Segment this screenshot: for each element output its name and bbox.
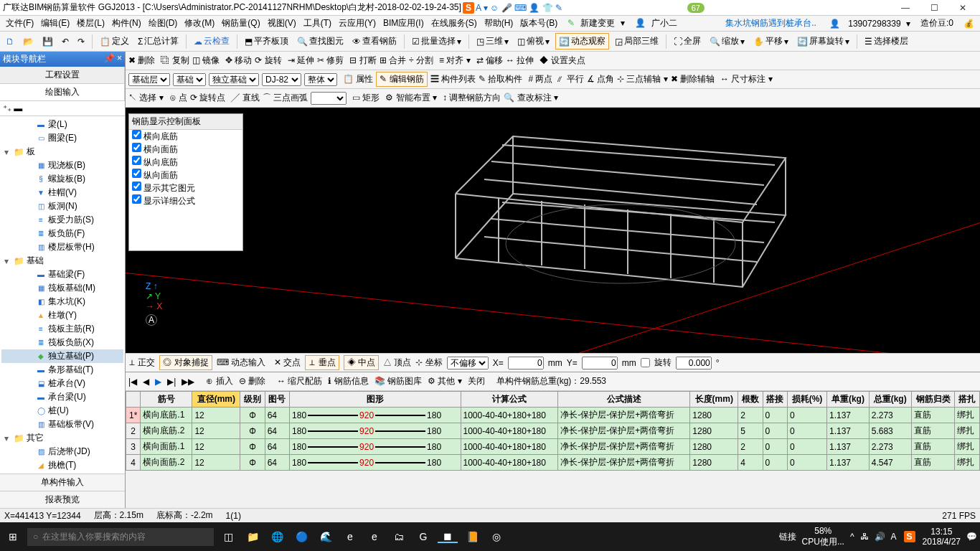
- line-button[interactable]: ╱ 直线: [231, 92, 259, 104]
- menu-modify[interactable]: 修改(M): [182, 16, 217, 31]
- table-row[interactable]: 4横向面筋.212Φ64 180920180 1000-40-40+180+18…: [126, 455, 980, 471]
- tray-up-icon[interactable]: ^: [850, 532, 854, 542]
- app9-icon[interactable]: ◼: [438, 530, 458, 543]
- other-button[interactable]: ⚙ 其他 ▾: [428, 375, 462, 387]
- parallel-button[interactable]: ⫽ 平行: [555, 73, 583, 85]
- save-icon[interactable]: 💾: [39, 35, 56, 48]
- find-button[interactable]: 🔍 查找图元: [294, 34, 347, 49]
- menu-view[interactable]: 视图(V): [265, 16, 299, 31]
- tree-fabanjichu[interactable]: ▦筏板基础(M): [1, 281, 123, 295]
- view-rebar-button[interactable]: 👁 查看钢筋: [349, 34, 400, 49]
- tray-notif-icon[interactable]: 💬: [966, 532, 977, 542]
- app3-icon[interactable]: 🔵: [291, 531, 311, 542]
- menu-draw[interactable]: 绘图(D): [146, 16, 181, 31]
- ortho-toggle[interactable]: ⊥ 正交: [128, 357, 155, 369]
- table-row[interactable]: 3横向面筋.112Φ64 180920180 1000-40-40+180+18…: [126, 439, 980, 455]
- component-select[interactable]: DJ-82: [262, 73, 301, 86]
- tree-jichu[interactable]: ▾📁 基础: [1, 254, 123, 268]
- extend-button[interactable]: ⇥ 延伸: [288, 55, 314, 67]
- x-input[interactable]: [508, 357, 544, 369]
- user-label[interactable]: 👤广小二: [629, 16, 683, 31]
- rebar-table[interactable]: 筋号直径(mm) 级别图号图形 计算公式公式描述长度(mm) 根数搭接损耗(%)…: [126, 391, 980, 471]
- mode-select[interactable]: 整体: [304, 73, 337, 86]
- new-icon[interactable]: 🗋: [3, 35, 17, 48]
- app2-icon[interactable]: 🌐: [267, 531, 287, 542]
- table-row[interactable]: 1*横向底筋.112Φ64 180920180 1000-40-40+180+1…: [126, 408, 980, 423]
- tray-vol-icon[interactable]: 🔊: [875, 532, 885, 542]
- del-row-button[interactable]: ⊖ 删除: [239, 375, 265, 387]
- y-input[interactable]: [582, 357, 618, 369]
- single-input-tab[interactable]: 单构件输入: [0, 474, 125, 491]
- tray-clock[interactable]: 13:152018/4/27: [923, 527, 961, 547]
- menu-tool[interactable]: 工具(T): [301, 16, 334, 31]
- trim-button[interactable]: ✂ 修剪: [317, 55, 344, 67]
- tray-link[interactable]: 链接: [779, 531, 796, 543]
- table-row[interactable]: 2横向底筋.212Φ64 180920180 1000-40-40+180+18…: [126, 423, 980, 439]
- mirror-button[interactable]: ◫ 镜像: [192, 55, 220, 67]
- menu-help[interactable]: 帮助(H): [481, 16, 517, 31]
- move-button[interactable]: ✥ 移动: [225, 55, 252, 67]
- chk-htop[interactable]: 横向面筋: [129, 143, 242, 156]
- adjust-button[interactable]: ↕ 调整钢筋方向: [443, 92, 501, 104]
- app5-icon[interactable]: e: [340, 531, 360, 542]
- info-link[interactable]: 集水坑钢筋遇到桩承台..: [722, 16, 819, 31]
- tree-dulijichu[interactable]: ◆独立基础(P): [1, 349, 123, 363]
- new-change-button[interactable]: ✎新建变更 ▾: [562, 16, 627, 31]
- perp-toggle[interactable]: ⊥ 垂点: [305, 355, 339, 370]
- grip-button[interactable]: ◆ 设置夹点: [540, 55, 585, 67]
- break-button[interactable]: ⊟ 打断: [349, 55, 376, 67]
- app11-icon[interactable]: ◎: [486, 531, 507, 542]
- menu-component[interactable]: 构件(N): [109, 16, 144, 31]
- menu-bim[interactable]: BIM应用(I): [380, 16, 427, 31]
- close-grid-button[interactable]: 关闭: [468, 375, 485, 387]
- del-axis-button[interactable]: ✖ 删除辅轴: [671, 73, 715, 85]
- delete-button[interactable]: ✖ 删除: [128, 55, 155, 67]
- 3d-button[interactable]: ◳ 三维 ▾: [473, 34, 512, 49]
- rotpoint-button[interactable]: ⟳ 旋转点: [190, 92, 225, 104]
- menu-rebar[interactable]: 钢筋量(Q): [219, 16, 263, 31]
- app7-icon[interactable]: 🗂: [389, 531, 409, 542]
- pan-button[interactable]: ✋ 平移 ▾: [750, 34, 791, 49]
- tree-banshouli[interactable]: ≡板受力筋(S): [1, 213, 123, 227]
- cost-label[interactable]: 造价豆:0: [918, 16, 956, 31]
- search-box[interactable]: ○ 在这里输入你要搜索的内容: [27, 528, 214, 546]
- nav-more[interactable]: ▶▶: [182, 377, 194, 387]
- lib-button[interactable]: 📚 钢筋图库: [374, 375, 422, 387]
- pick-button[interactable]: ✎ 拾取构件: [479, 73, 522, 85]
- tree-jichuliang[interactable]: ▬基础梁(F): [1, 268, 123, 281]
- mid-toggle[interactable]: ◈ 中点: [344, 355, 379, 370]
- nav-first[interactable]: |◀: [128, 377, 137, 387]
- chk-other[interactable]: 显示其它图元: [129, 182, 242, 194]
- attr-button[interactable]: 📋 属性: [343, 73, 373, 85]
- arc-button[interactable]: ⌒ 三点画弧: [263, 92, 308, 104]
- badge-icon[interactable]: 67: [687, 3, 705, 13]
- list-button[interactable]: ☰ 构件列表: [430, 73, 476, 85]
- tray-sogou-icon[interactable]: S: [904, 531, 915, 542]
- tray-cpu[interactable]: 58% CPU使用...: [802, 526, 844, 548]
- batch-select-button[interactable]: ☑ 批量选择 ▾: [409, 34, 464, 49]
- app10-icon[interactable]: 📙: [462, 531, 482, 542]
- merge-button[interactable]: ⊞ 合并: [380, 55, 406, 67]
- undo-icon[interactable]: ↶: [59, 35, 72, 48]
- report-tab[interactable]: 报表预览: [0, 491, 125, 508]
- app4-icon[interactable]: 🌊: [316, 531, 336, 542]
- nav-last[interactable]: ▶|: [167, 377, 176, 387]
- app1-icon[interactable]: 📁: [242, 531, 263, 542]
- local-3d-button[interactable]: ◲ 局部三维: [612, 34, 661, 49]
- tree-bandong[interactable]: ◫板洞(N): [1, 199, 123, 213]
- cloud-check-button[interactable]: ☁ 云检查: [191, 34, 232, 49]
- nav-prev[interactable]: ◀: [143, 377, 149, 387]
- menu-edit[interactable]: 编辑(E): [38, 16, 72, 31]
- chk-detail[interactable]: 显示详细公式: [129, 194, 242, 207]
- info-button[interactable]: ℹ 钢筋信息: [328, 375, 368, 387]
- tree-luoban[interactable]: §螺旋板(B): [1, 172, 123, 186]
- tree-fabanzhujin[interactable]: ≡筏板主筋(R): [1, 322, 123, 336]
- tree-chengtailiang[interactable]: ▬承台梁(U): [1, 390, 123, 404]
- menu-online[interactable]: 在线服务(S): [428, 16, 480, 31]
- select-button[interactable]: ↖ 选择 ▾: [128, 92, 164, 104]
- tree-jishuikeng[interactable]: ◧集水坑(K): [1, 295, 123, 309]
- redo-icon[interactable]: ↷: [75, 35, 88, 48]
- stretch-button[interactable]: ↔ 拉伸: [506, 55, 534, 67]
- tree-loucengbd[interactable]: ▥楼层板带(H): [1, 240, 123, 254]
- draw-combo[interactable]: [311, 92, 347, 105]
